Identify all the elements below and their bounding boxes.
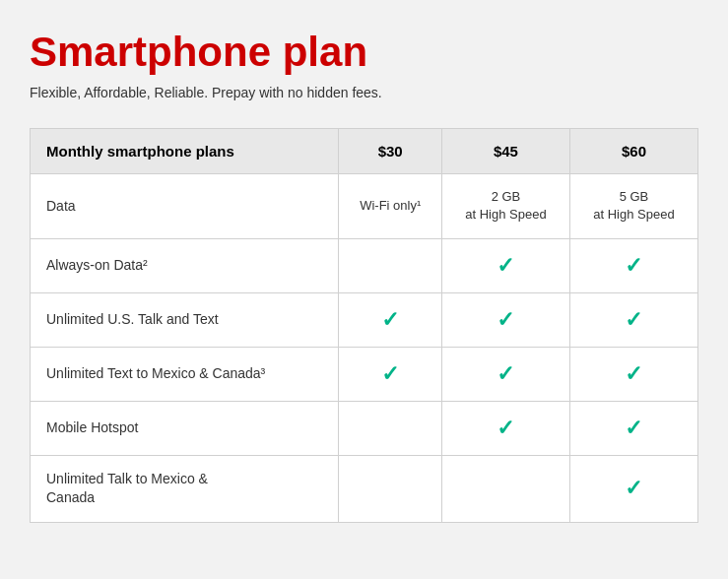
feature-cell: Mobile Hotspot <box>31 401 339 455</box>
checkmark-icon: ✓ <box>496 253 514 278</box>
checkmark-icon: ✓ <box>625 253 642 278</box>
page-subtitle: Flexible, Affordable, Reliable. Prepay w… <box>30 85 698 100</box>
feature-cell: Always-on Data² <box>31 238 339 292</box>
value-cell <box>339 455 441 522</box>
value-cell: ✓ <box>569 238 697 292</box>
table-row: Unlimited U.S. Talk and Text✓✓✓ <box>31 292 698 347</box>
table-row: Always-on Data²✓✓ <box>31 238 698 292</box>
feature-cell: Unlimited U.S. Talk and Text <box>31 292 339 347</box>
feature-cell: Data <box>31 174 339 238</box>
col-header-30: $30 <box>339 129 441 174</box>
value-cell: 5 GB at High Speed <box>569 174 697 238</box>
value-cell: ✓ <box>441 401 569 455</box>
col-header-feature: Monthly smartphone plans <box>31 129 339 174</box>
checkmark-icon: ✓ <box>496 416 514 440</box>
table-row: DataWi-Fi only¹2 GB at High Speed5 GB at… <box>31 174 698 238</box>
checkmark-icon: ✓ <box>625 476 642 500</box>
col-header-60: $60 <box>569 129 697 174</box>
value-cell: ✓ <box>569 292 697 347</box>
checkmark-icon: ✓ <box>496 361 514 386</box>
table-header-row: Monthly smartphone plans $30 $45 $60 <box>31 129 698 174</box>
value-cell: ✓ <box>441 347 569 401</box>
table-row: Unlimited Text to Mexico & Canada³✓✓✓ <box>31 347 698 401</box>
checkmark-icon: ✓ <box>496 307 514 332</box>
value-cell <box>339 238 441 292</box>
checkmark-icon: ✓ <box>381 361 399 386</box>
value-cell: ✓ <box>569 455 697 522</box>
value-cell <box>339 401 441 455</box>
value-cell: Wi-Fi only¹ <box>339 174 441 238</box>
checkmark-icon: ✓ <box>625 416 642 440</box>
col-header-45: $45 <box>441 129 569 174</box>
checkmark-icon: ✓ <box>625 307 642 332</box>
page-title: Smartphone plan <box>30 30 698 75</box>
value-cell: ✓ <box>339 292 441 347</box>
value-cell: ✓ <box>339 347 441 401</box>
plans-table: Monthly smartphone plans $30 $45 $60 Dat… <box>30 128 698 523</box>
value-cell: ✓ <box>569 401 697 455</box>
value-cell <box>441 455 569 522</box>
checkmark-icon: ✓ <box>625 361 642 386</box>
value-cell: ✓ <box>441 238 569 292</box>
value-cell: ✓ <box>441 292 569 347</box>
feature-cell: Unlimited Talk to Mexico & Canada <box>31 455 339 522</box>
value-cell: ✓ <box>569 347 697 401</box>
feature-cell: Unlimited Text to Mexico & Canada³ <box>31 347 339 401</box>
table-row: Mobile Hotspot✓✓ <box>31 401 698 455</box>
table-row: Unlimited Talk to Mexico & Canada✓ <box>31 455 698 522</box>
checkmark-icon: ✓ <box>381 307 399 332</box>
value-cell: 2 GB at High Speed <box>441 174 569 238</box>
